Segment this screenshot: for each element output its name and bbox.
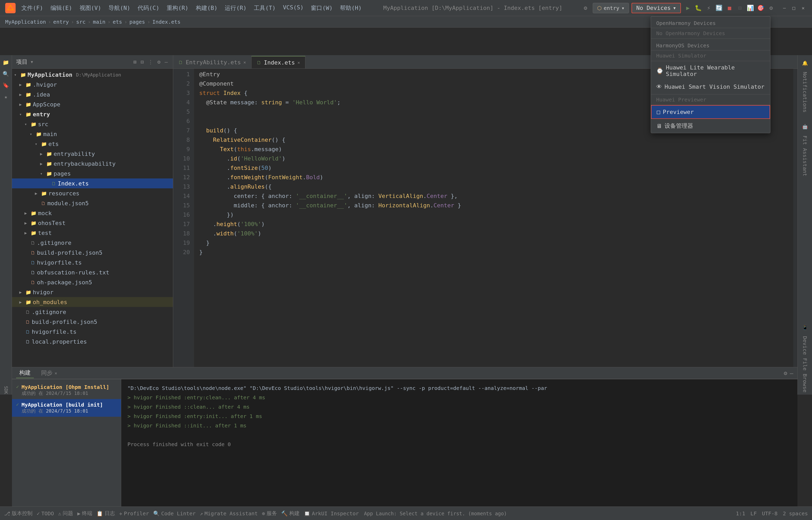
tree-item-resources[interactable]: ▶ 📁 resources [12,188,173,198]
previewer-item[interactable]: □ Previewer [651,105,770,119]
menu-build[interactable]: 构建(B) [193,3,221,13]
build-close-icon[interactable]: — [790,370,793,376]
problems-item[interactable]: ⚠ 问题 [58,510,73,517]
encoding[interactable]: UTF-8 [762,510,778,517]
collapse-all-icon[interactable]: ⊟ [140,58,145,66]
bookmarks-tool-icon[interactable]: 🔖 [1,81,11,90]
tree-item-hvigorfile-entry[interactable]: 🗋 hvigorfile.ts [12,258,173,267]
tree-item-ohostest[interactable]: ▶ 📁 ohosTest [12,218,173,228]
log-item[interactable]: 📋 日志 [97,510,115,517]
breadcrumb-item-1[interactable]: entry [53,19,69,25]
menu-edit[interactable]: 编辑(E) [47,3,75,13]
fit-assistant-icon[interactable]: 🤖 [800,122,810,132]
tab-entry-ability[interactable]: 🗋 EntryAbility.ets ✕ [173,56,252,69]
device-manager-item[interactable]: 🖥 设备管理器 [651,119,770,133]
breadcrumb-item-5[interactable]: pages [129,19,145,25]
tree-item-oh-package-entry[interactable]: 🗋 oh-package.json5 [12,277,173,287]
arkui-inspector-item[interactable]: 🔲 ArkUI Inspector [304,510,359,517]
breadcrumb-item-3[interactable]: main [93,19,105,25]
tree-item-obfuscation[interactable]: 🗋 obfuscation-rules.txt [12,267,173,277]
todo-item[interactable]: ✓ TODO [37,510,54,517]
coverage-button[interactable]: 🎯 [756,4,765,12]
cursor-position[interactable]: 1:1 [736,510,745,517]
line-ending[interactable]: LF [750,510,757,517]
project-tool-icon[interactable]: 📁 [1,58,11,67]
tree-item-module-json[interactable]: 🗋 module.json5 [12,198,173,208]
profile-button[interactable]: 📊 [746,4,755,12]
tree-item-hvigor-root[interactable]: ▶ 📁 hvigor [12,287,173,297]
menu-refactor[interactable]: 重构(R) [164,3,192,13]
fit-assistant-label[interactable]: Fit Assistant [802,133,808,178]
tree-item-build-profile-entry[interactable]: 🗋 build-profile.json5 [12,248,173,258]
tree-item-hvigor[interactable]: ▶ 📁 .hvigor [12,80,173,89]
version-control-item[interactable]: ⎇ 版本控制 [4,510,32,517]
build-tab-sync-close[interactable]: ✕ [55,371,57,375]
menu-vcs[interactable]: VCS(S) [280,3,307,13]
tree-item-main[interactable]: ▾ 📁 main [12,129,173,139]
favorites-tool-icon[interactable]: ★ [1,92,11,101]
code-linter-item[interactable]: 🔍 Code Linter [153,510,195,517]
smart-vision-item[interactable]: 👁 Huawei Smart Vision Simulator [651,80,770,93]
tree-item-idea[interactable]: ▶ 📁 .idea [12,89,173,99]
window-close-button[interactable]: ✕ [800,4,807,12]
breadcrumb-item-6[interactable]: Index.ets [152,19,181,25]
tree-item-entry[interactable]: ▾ 📁 entry [12,109,173,119]
panel-close-icon[interactable]: — [164,58,169,66]
structure-tool-icon[interactable]: 🔍 [1,69,11,79]
tree-item-pages[interactable]: ▾ 📁 pages [12,168,173,178]
tree-item-myapp[interactable]: ▾ 📁 MyApplication D:\MyApplication [12,70,173,80]
tab-index-ets[interactable]: 🗋 Index.ets ✕ [252,56,306,69]
build-item-status[interactable]: 🔨 构建 [281,510,299,517]
migrate-assistant-item[interactable]: ↗ Migrate Assistant [200,510,258,517]
build-output[interactable]: "D:\DevEco Studio\tools\node\node.exe" "… [121,379,797,506]
build-item-ohpm[interactable]: ✓ MyApplication [Ohpm Install] 成功的 在 202… [12,381,121,399]
attach-debug-button[interactable]: ⚡ [704,4,713,12]
lite-wearable-item[interactable]: ⌚ Huawei Lite Wearable Simulator [651,61,770,80]
tree-item-gitignore-entry[interactable]: 🗋 .gitignore [12,238,173,248]
terminal-item[interactable]: ▶ 终端 [77,510,92,517]
expand-icon[interactable]: ⋮ [147,58,154,66]
tree-item-src[interactable]: ▾ 📁 src [12,119,173,129]
tree-item-gitignore-root[interactable]: 🗋 .gitignore [12,307,173,317]
build-item-build-init[interactable]: ✓ MyApplication [build init] 成功的 在 2024/… [12,399,121,417]
build-tab-sync[interactable]: 同步 ✕ [38,368,60,378]
device-file-icon[interactable]: 📱 [800,322,810,333]
menu-run[interactable]: 运行(R) [221,3,250,13]
menu-help[interactable]: 帮助(H) [337,3,365,13]
run-button[interactable]: ▶ [683,4,692,12]
tree-item-test[interactable]: ▶ 📁 test [12,228,173,238]
tree-item-index-ets[interactable]: 🗋 Index.ets [12,178,173,188]
editor-scrollbar[interactable] [793,69,797,384]
tree-item-entrybackup[interactable]: ▶ 📁 entrybackupability [12,159,173,168]
toolbar-settings-icon[interactable]: ⚙ [767,4,776,12]
tab-close-index-ets[interactable]: ✕ [297,60,300,65]
menu-nav[interactable]: 导航(N) [105,3,133,13]
notifications-label[interactable]: Notifications [802,70,808,115]
menu-file[interactable]: 文件(F) [18,3,46,13]
build-tab-build[interactable]: 构建 [16,368,34,378]
services-item[interactable]: ⊕ 服务 [262,510,277,517]
sdk-tool-icon[interactable]: SDK [1,385,11,395]
tab-close-entry-ability[interactable]: ✕ [243,60,246,65]
build-settings-icon[interactable]: ⚙ [784,370,787,376]
menu-window[interactable]: 窗口(W) [308,3,336,13]
tree-item-ets[interactable]: ▾ 📁 ets [12,139,173,149]
menu-view[interactable]: 视图(V) [76,3,105,13]
device-file-label[interactable]: Device File Browse [802,334,808,395]
profiler-item[interactable]: ✈ Profiler [119,510,149,517]
breadcrumb-item-4[interactable]: ets [113,19,122,25]
tree-item-appscope[interactable]: ▶ 📁 AppScope [12,99,173,109]
menu-code[interactable]: 代码(C) [134,3,162,13]
entry-selector[interactable]: ⬡ entry ▾ [593,3,629,13]
tree-item-hvigorfile-root[interactable]: 🗋 hvigorfile.ts [12,327,173,337]
settings-icon[interactable]: ⚙ [581,3,590,13]
no-devices-button[interactable]: No Devices ▾ [631,3,681,13]
breadcrumb-item-0[interactable]: MyApplication [5,19,46,25]
indent-size[interactable]: 2 spaces [783,510,808,517]
notifications-icon[interactable]: 🔔 [800,58,810,68]
scope-icon[interactable]: ⊞ [132,58,138,66]
menu-tools[interactable]: 工具(T) [251,3,279,13]
tree-item-oh-modules[interactable]: ▶ 📁 oh_modules [12,297,173,307]
breadcrumb-item-2[interactable]: src [76,19,85,25]
tree-item-entryability[interactable]: ▶ 📁 entryability [12,149,173,159]
